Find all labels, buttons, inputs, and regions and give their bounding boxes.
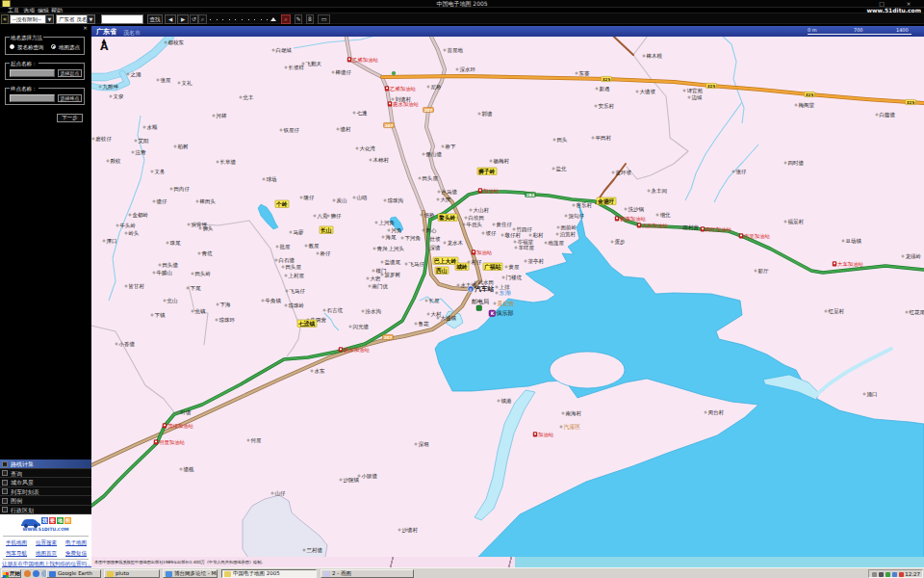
village-label: 兰马塘 — [441, 189, 457, 196]
function-item-4[interactable]: 图例 — [0, 496, 91, 506]
village-label: 南门优 — [372, 283, 388, 290]
road-shield-number: 207 — [385, 123, 394, 128]
collapse-sidebar-button[interactable]: « — [1, 14, 9, 24]
function-item-3[interactable]: 列车时刻表 — [0, 487, 91, 497]
tray-icon-0 — [872, 572, 877, 577]
village-label: 狮头 — [202, 225, 214, 231]
village-label: 沙塘村 — [401, 527, 418, 534]
end-name-field[interactable] — [10, 94, 55, 102]
task-button-3[interactable]: 中国电子地图 2005 — [221, 569, 317, 578]
zoom-slider[interactable] — [208, 14, 279, 24]
village-label: 坡仔 — [485, 230, 497, 237]
promo-link-0-2[interactable]: 电子地图 — [65, 539, 87, 545]
village-label: 首屋地 — [447, 47, 463, 53]
village-label: 张屋 — [160, 77, 171, 84]
task-button-icon — [107, 571, 114, 577]
find-button[interactable]: 查找 — [147, 14, 163, 24]
task-button-0[interactable]: Google Earth — [46, 569, 101, 578]
village-label: 牛角镇 — [265, 298, 281, 303]
task-button-4[interactable]: 2 - 画图 — [321, 569, 414, 578]
maximize-button[interactable]: □ — [878, 1, 886, 6]
village-label: 东寨 — [578, 70, 590, 76]
function-item-label: 城市风景 — [11, 478, 34, 486]
radio-by-name[interactable] — [10, 44, 14, 49]
start-button[interactable]: 开始 — [1, 569, 21, 578]
radio-by-name-label[interactable]: 按名称查询 — [17, 44, 44, 50]
task-button-2[interactable]: 博台网多论坛 - Microso... — [163, 569, 218, 578]
next-step-button[interactable]: 下一步 — [57, 114, 83, 122]
magnifier-active-icon[interactable]: ⌕ — [281, 14, 291, 24]
region-combobox[interactable]: 广东省 茂名市▼ — [56, 14, 95, 24]
chevron-down-icon[interactable]: ▼ — [45, 15, 53, 23]
junction-dot — [392, 71, 396, 75]
village-label: 球场 — [266, 176, 276, 183]
village-label: 文务 — [154, 169, 166, 174]
start-name-field[interactable] — [10, 69, 55, 77]
ring-island — [550, 352, 625, 388]
promo-link[interactable]: 让朋友在中国地图上找到你的位置吗，超链 — [2, 561, 91, 567]
promo-link-0-1[interactable]: 位置搜索 — [36, 539, 57, 545]
reset-view-icon[interactable]: ↺ — [190, 14, 198, 24]
village-label: 侧山塘 — [424, 151, 442, 158]
map-province: 广东省 — [96, 28, 116, 36]
task-button-icon — [323, 571, 330, 577]
village-label: 何屋 — [250, 437, 262, 444]
chevron-down-icon[interactable]: ▼ — [87, 15, 94, 23]
village-label: 马廖 — [293, 229, 304, 235]
pen-icon[interactable]: ✎ — [295, 14, 302, 24]
folder-icon[interactable]: ▭ — [318, 14, 330, 24]
quicklaunch-ie-icon[interactable] — [33, 570, 39, 577]
task-button-icon — [166, 571, 172, 577]
village-label: 之涌 — [130, 71, 141, 78]
filter-combobox[interactable]: --没有限制--▼ — [10, 14, 54, 24]
next-view-button[interactable]: ▶ — [177, 14, 189, 24]
task-button-1[interactable]: pluto — [104, 569, 160, 578]
promo-link-0-0[interactable]: 手机地图 — [6, 539, 27, 545]
village-label: 河林 — [216, 113, 227, 119]
radio-map-pick-label[interactable]: 地图选点 — [59, 44, 80, 50]
minimize-button[interactable]: _ — [854, 1, 861, 6]
promo-link-1-1[interactable]: 地图首页 — [36, 550, 57, 556]
zoom-icon[interactable]: ⌕ — [198, 14, 207, 24]
village-label: 红花尾 — [909, 309, 924, 316]
village-label: 水东 — [314, 368, 325, 374]
quicklaunch-icon[interactable] — [24, 570, 31, 577]
pick-start-button[interactable]: 选择起点 — [58, 69, 82, 77]
function-item-0[interactable]: 路线计算 — [0, 460, 91, 469]
end-group-title: 终点名称： — [10, 86, 38, 92]
map-canvas[interactable]: 325325325325284207207207都校东白坭城飞鹅天长坡样棒塘仔之… — [91, 37, 924, 557]
village-label: 飞鹅天 — [305, 61, 321, 67]
promo-link-1-0[interactable]: 驾车导航 — [6, 550, 27, 556]
village-label: 羊咩屋 — [518, 245, 534, 250]
function-item-1[interactable]: 查询 — [0, 469, 91, 479]
prev-view-button[interactable]: ◀ — [165, 14, 176, 24]
task-button-label: pluto — [116, 570, 129, 576]
radio-map-pick[interactable] — [51, 44, 56, 49]
map-header-bar: 广东省 茂名市 0 m 700 1400 — [91, 26, 924, 37]
village-label: 田头岭 — [194, 271, 211, 276]
village-label: 八贵 — [317, 213, 328, 220]
scenic-label: 贵妃营 — [498, 300, 515, 307]
village-label: 炭山 — [336, 197, 346, 203]
zoom-tick — [273, 19, 274, 20]
gas-station-icon-window — [340, 349, 342, 351]
village-label: 蛋步 — [614, 238, 626, 245]
pick-end-button[interactable]: 选择终点 — [58, 94, 82, 102]
village-label: 柏树 — [176, 144, 189, 150]
close-button[interactable]: × — [905, 1, 912, 6]
village-label: 九殿坪 — [102, 84, 118, 90]
promo-link-1-2[interactable]: 免费短信 — [65, 550, 87, 556]
village-label: 闪光塘 — [352, 324, 369, 330]
function-item-2[interactable]: 城市风景 — [0, 478, 91, 487]
measure-icon[interactable]: 8 — [306, 14, 314, 24]
village-label: 田向仔 — [173, 186, 190, 193]
zoom-tick — [235, 19, 236, 20]
logo-square: 我 — [41, 517, 48, 524]
panel-close-icon[interactable]: × — [83, 25, 88, 31]
search-input[interactable] — [101, 14, 143, 24]
village-label: 琼珠环 — [218, 317, 235, 323]
window-titlebar: 中国电子地图 2005 _ □ × — [0, 0, 924, 7]
function-item-5[interactable]: 行政区划 — [0, 506, 91, 515]
gas-station-icon-window — [155, 441, 157, 443]
road-shield-number: 325 — [806, 92, 814, 97]
